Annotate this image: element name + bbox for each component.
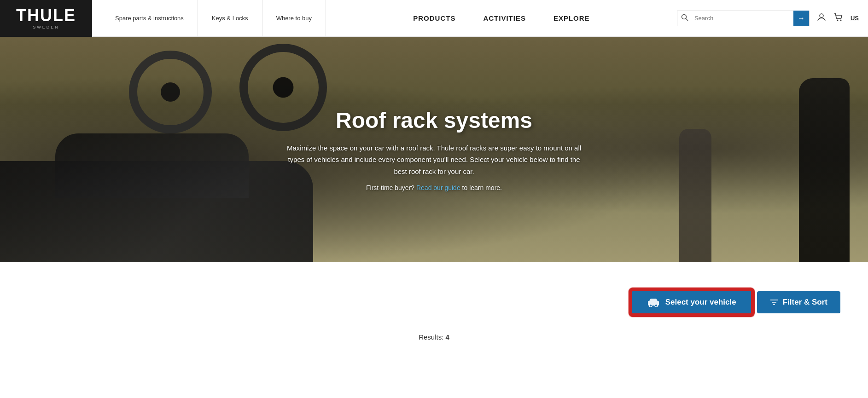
cart-icon — [833, 12, 844, 22]
filter-icon — [770, 298, 778, 306]
person-1 — [679, 129, 711, 262]
nav-explore[interactable]: EXPLORE — [553, 14, 590, 22]
select-vehicle-label: Select your vehicle — [665, 298, 736, 307]
hero-title: Roof rack systems — [282, 108, 586, 133]
svg-point-7 — [655, 304, 658, 307]
brand-sub: SWEDEN — [16, 25, 76, 29]
arrow-icon: → — [798, 14, 805, 23]
account-icon — [816, 12, 827, 22]
hero-section: Roof rack systems Maximize the space on … — [0, 37, 868, 262]
svg-line-1 — [686, 18, 688, 21]
svg-point-0 — [682, 14, 686, 19]
guide-prefix: First-time buyer? — [366, 184, 414, 191]
nav-activities[interactable]: ACTIVITIES — [483, 14, 526, 22]
cart-icon-button[interactable] — [833, 12, 844, 24]
results-label: Results: — [419, 333, 443, 341]
results-number: 4 — [446, 333, 449, 341]
where-to-buy-link[interactable]: Where to buy — [262, 0, 326, 37]
svg-point-6 — [649, 304, 652, 307]
search-icon — [681, 14, 688, 21]
results-count: Results: 4 — [419, 333, 449, 341]
hero-content: Roof rack systems Maximize the space on … — [273, 108, 595, 192]
spare-parts-link[interactable]: Spare parts & instructions — [101, 0, 198, 37]
keys-locks-link[interactable]: Keys & Locks — [198, 0, 262, 37]
locale-button[interactable]: US — [851, 15, 859, 22]
below-hero-section: Select your vehicle Filter & Sort Result… — [0, 262, 868, 398]
search-input[interactable] — [692, 11, 793, 26]
bike-wheel-1 — [129, 51, 212, 133]
filter-sort-label: Filter & Sort — [783, 298, 827, 307]
filter-sort-button[interactable]: Filter & Sort — [757, 291, 840, 313]
svg-point-4 — [840, 20, 841, 21]
select-vehicle-button[interactable]: Select your vehicle — [631, 290, 752, 315]
nav-products[interactable]: PRODUCTS — [413, 14, 455, 22]
action-buttons: Select your vehicle Filter & Sort — [631, 290, 840, 315]
hero-description: Maximize the space on your car with a ro… — [282, 142, 586, 178]
brand-name: THULE — [16, 7, 76, 24]
top-navigation: THULE SWEDEN Spare parts & instructions … — [0, 0, 868, 37]
person-2 — [799, 78, 850, 262]
guide-suffix: to learn more. — [462, 184, 502, 191]
car-icon — [647, 298, 660, 307]
hero-guide: First-time buyer? Read our guide to lear… — [282, 184, 586, 191]
results-area: Results: 4 — [28, 333, 840, 341]
top-nav-links: Spare parts & instructions Keys & Locks … — [101, 0, 326, 37]
search-submit-button[interactable]: → — [793, 11, 809, 26]
search-box: → — [677, 11, 810, 26]
account-icon-button[interactable] — [816, 12, 827, 24]
car-cabin — [55, 133, 249, 198]
search-icon-button[interactable] — [677, 14, 692, 23]
guide-link[interactable]: Read our guide — [416, 184, 460, 191]
logo[interactable]: THULE SWEDEN — [0, 0, 92, 37]
svg-point-2 — [820, 14, 823, 17]
nav-right: → US — [677, 11, 859, 26]
svg-point-3 — [837, 20, 838, 21]
main-navigation: PRODUCTS ACTIVITIES EXPLORE — [326, 14, 677, 22]
